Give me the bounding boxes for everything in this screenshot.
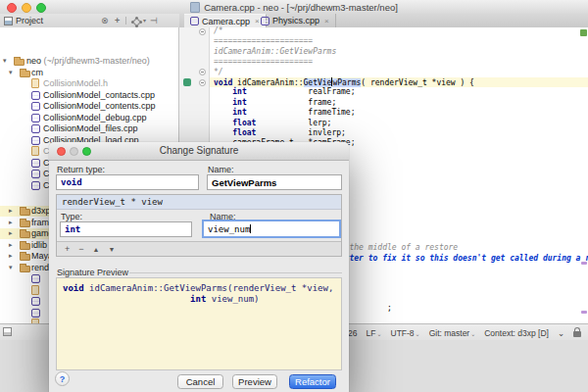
param-type-label: Type:: [61, 212, 82, 221]
tree-row[interactable]: CollisionModel_debug.cpp: [0, 113, 179, 123]
tab-physics-cpp[interactable]: Physics.cpp×: [255, 14, 336, 27]
project-panel-icon: [4, 17, 13, 25]
refactor-button[interactable]: Refactor: [289, 374, 336, 389]
code-segment: float: [232, 128, 256, 137]
lock-icon[interactable]: [573, 331, 581, 337]
preview-button[interactable]: Preview: [232, 374, 277, 389]
scrollbar-marker[interactable]: [581, 262, 587, 265]
folder-icon: [14, 59, 24, 66]
chevron-down-icon[interactable]: ▾: [9, 69, 13, 76]
cpp-file-icon: [31, 274, 40, 283]
code-segment: void: [63, 283, 84, 293]
project-panel-title: Project: [16, 16, 43, 25]
dialog-titlebar[interactable]: Change Signature: [49, 142, 349, 161]
inspection-status-icon[interactable]: [580, 29, 587, 36]
code-segment: idCameraAnim::: [232, 78, 303, 87]
window-title: Camera.cpp - neo - [~/prj/dhewm3-master/…: [0, 0, 588, 14]
cpp-file-icon: [31, 309, 40, 318]
header-file-icon: [31, 78, 39, 88]
circle-x-icon[interactable]: ⊗: [101, 16, 109, 25]
tree-row[interactable]: ▾cm: [0, 68, 179, 78]
tree-item-label: cm: [31, 68, 43, 77]
code-segment: ;: [387, 304, 392, 313]
folder-icon: [20, 71, 30, 77]
folder-icon: [20, 231, 30, 238]
tree-row[interactable]: CollisionModel_contents.cpp: [0, 101, 179, 112]
tree-item-label: CollisionModel_files.cpp: [43, 123, 138, 133]
toolwindow-toggle-icon[interactable]: [3, 327, 12, 336]
editor-line: =====================: [214, 57, 313, 67]
folder-icon: [20, 209, 30, 216]
help-button[interactable]: ?: [55, 371, 70, 386]
chevron-down-icon: ⌄: [416, 331, 420, 337]
code-segment: =====================: [214, 36, 313, 45]
status-widget[interactable]: ⌄: [558, 328, 564, 338]
remove-param-button[interactable]: −: [78, 244, 83, 254]
gear-icon[interactable]: [133, 19, 140, 25]
hide-panel-icon[interactable]: ⊣: [150, 16, 158, 25]
chevron-right-icon[interactable]: ▸: [9, 241, 13, 249]
cpp-file-icon: [31, 114, 40, 122]
param-type-field[interactable]: int: [60, 221, 192, 237]
tree-item-path: (~/prj/dhewm3-master/neo): [41, 56, 150, 66]
folder-icon: [20, 266, 30, 272]
cpp-file-icon: [190, 17, 199, 25]
scrollbar-marker[interactable]: [581, 311, 587, 314]
move-up-button[interactable]: ▲: [93, 246, 100, 253]
code-segment: invlerp;: [256, 128, 346, 137]
cpp-file-icon: [31, 136, 40, 145]
chevron-down-icon[interactable]: ▾: [3, 57, 7, 65]
project-panel-header: Project ⊗ + ▾ ⊣: [0, 14, 179, 28]
fold-marker-icon[interactable]: [199, 79, 206, 86]
tree-item-label: d3xp: [31, 206, 51, 216]
code-segment: ( renderView_t *view ) {: [361, 78, 474, 87]
status-widget[interactable]: Context: d3xp [D]: [484, 328, 549, 338]
tab-label: Camera.cpp: [202, 17, 250, 26]
ide-window: Camera.cpp - neo - [~/prj/dhewm3-master/…: [0, 0, 588, 392]
file-icon: [190, 2, 200, 13]
signature-preview-box: void idCameraAnim::GetViewParms(renderVi…: [56, 277, 342, 370]
code-segment: =====================: [214, 57, 313, 66]
add-param-button[interactable]: +: [65, 244, 70, 254]
status-widget[interactable]: LF⌄: [367, 328, 382, 338]
cancel-button[interactable]: Cancel: [177, 374, 223, 389]
move-down-button[interactable]: ▼: [108, 246, 115, 253]
gear-caret-icon: ▾: [143, 17, 146, 24]
function-name-field[interactable]: GetViewParms: [207, 174, 342, 190]
tree-row[interactable]: CollisionModel_files.cpp: [0, 123, 179, 134]
tree-row[interactable]: ▾neo (~/prj/dhewm3-master/neo): [0, 56, 179, 67]
signature-preview-label: Signature Preview: [57, 268, 128, 277]
name-label: Name:: [208, 165, 234, 174]
status-widget[interactable]: Git: master⌄: [429, 328, 476, 338]
overridden-marker-icon[interactable]: [183, 78, 191, 86]
editor-tab-bar: Camera.cpp×Physics.cpp×: [179, 14, 588, 28]
editor-line: =====================: [214, 36, 313, 46]
window-titlebar: Camera.cpp - neo - [~/prj/dhewm3-master/…: [0, 0, 588, 15]
param-name-field[interactable]: view_num: [202, 220, 341, 238]
tab-close-icon[interactable]: ×: [324, 17, 329, 25]
chevron-right-icon[interactable]: ▸: [9, 252, 13, 260]
locate-icon[interactable]: +: [115, 16, 120, 25]
return-type-label: Return type:: [57, 165, 105, 174]
status-widget[interactable]: UTF-8⌄: [391, 328, 420, 338]
return-type-field[interactable]: void: [56, 174, 199, 190]
editor-line: int frame;: [214, 98, 336, 108]
header-file-icon: [31, 285, 39, 295]
tree-item-label: CollisionModel_debug.cpp: [43, 113, 147, 122]
tree-item-label: neo (~/prj/dhewm3-master/neo): [26, 56, 150, 66]
parameter-row[interactable]: renderView_t * view: [57, 195, 341, 210]
fold-marker-icon[interactable]: [199, 28, 206, 35]
tree-row[interactable]: CollisionModel.h: [0, 78, 179, 89]
code-segment: GetVie: [304, 78, 332, 87]
fold-marker-icon[interactable]: [199, 69, 206, 75]
code-segment: wParms: [332, 78, 361, 87]
tree-row[interactable]: CollisionModel_contacts.cpp: [0, 90, 179, 101]
chevron-right-icon[interactable]: ▸: [9, 219, 13, 226]
divider: [125, 17, 126, 24]
chevron-down-icon[interactable]: ▾: [9, 264, 13, 271]
tree-item-label: CollisionModel.h: [43, 78, 108, 88]
preview-line: void idCameraAnim::GetViewParms(renderVi…: [63, 283, 333, 294]
chevron-right-icon[interactable]: ▸: [9, 229, 13, 237]
code-segment: [63, 294, 190, 304]
chevron-right-icon[interactable]: ▸: [9, 207, 13, 215]
